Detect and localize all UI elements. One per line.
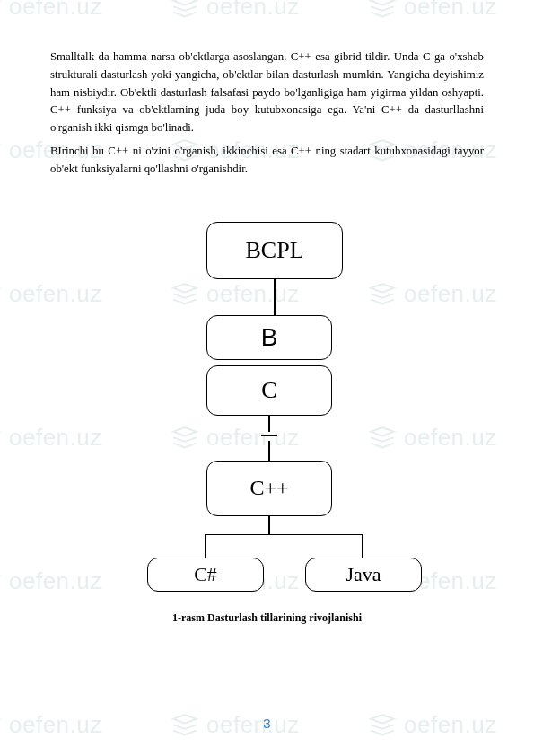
node-label: C++ — [249, 476, 288, 500]
connector-line — [261, 435, 277, 437]
node-label: C — [261, 377, 276, 404]
node-java: Java — [305, 558, 422, 592]
page-content: Smalltalk da hamma narsa ob'ektlarga aso… — [0, 0, 534, 644]
language-evolution-diagram: BCPL B C C++ C# Java 1-rasm Das — [50, 222, 484, 644]
connector-line — [205, 534, 363, 536]
node-label: C# — [194, 563, 217, 586]
paragraph-1: Smalltalk da hamma narsa ob'ektlarga aso… — [50, 48, 484, 137]
node-label: B — [261, 323, 278, 352]
figure-caption: 1-rasm Dasturlash tillarining rivojlanis… — [50, 611, 484, 625]
connector-line — [268, 516, 270, 534]
connector-line — [362, 534, 363, 558]
node-bcpl: BCPL — [206, 222, 343, 279]
connector-line — [274, 279, 276, 315]
node-b: B — [206, 315, 332, 360]
node-cpp: C++ — [206, 461, 332, 516]
node-label: Java — [346, 563, 381, 586]
node-c: C — [206, 365, 332, 416]
node-csharp: C# — [147, 558, 264, 592]
connector-line — [268, 416, 270, 432]
paragraph-2: BIrinchi bu C++ ni o'zini o'rganish, ikk… — [50, 143, 484, 179]
page-number: 3 — [0, 716, 534, 731]
node-label: BCPL — [245, 237, 303, 264]
connector-line — [268, 441, 270, 461]
connector-line — [205, 534, 206, 558]
